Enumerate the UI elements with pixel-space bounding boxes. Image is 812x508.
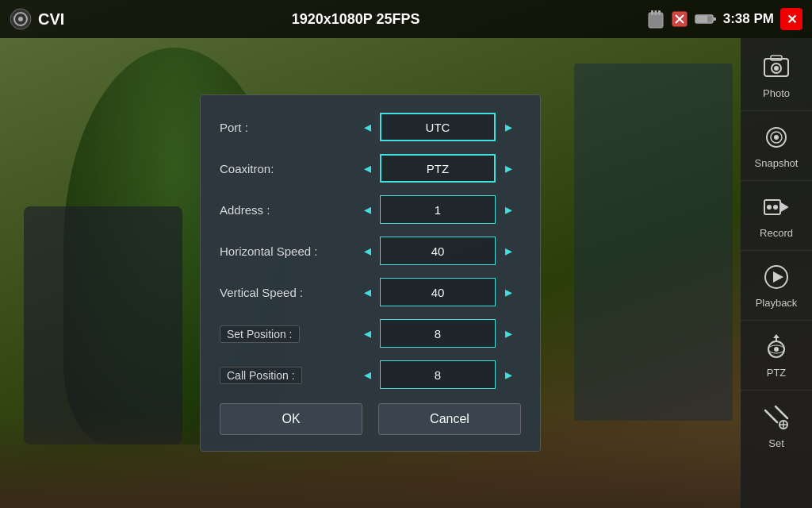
port-control: ◂ UTC ▸ (354, 113, 521, 141)
dialog-overlay: Port : ◂ UTC ▸ Coaxitron: ◂ PTZ ▸ Addres… (0, 38, 741, 508)
ok-button[interactable]: OK (220, 403, 362, 435)
svg-line-31 (765, 410, 777, 422)
coaxitron-label: Coaxitron: (220, 162, 354, 175)
svg-point-16 (774, 66, 779, 71)
playback-label: Playback (756, 297, 798, 309)
svg-rect-11 (696, 16, 707, 22)
sidebar-item-ptz[interactable]: PTZ (741, 321, 812, 391)
dialog-button-row: OK Cancel (220, 403, 521, 435)
record-label: Record (760, 227, 793, 239)
address-prev-button[interactable]: ◂ (354, 195, 380, 224)
settings-dialog: Port : ◂ UTC ▸ Coaxitron: ◂ PTZ ▸ Addres… (200, 94, 541, 452)
horizontal-speed-row: Horizontal Speed : ◂ 40 ▸ (220, 235, 521, 267)
svg-point-21 (767, 205, 772, 210)
cvi-logo-icon (10, 8, 32, 30)
vertical-speed-value: 40 (380, 278, 496, 306)
vertical-speed-row: Vertical Speed : ◂ 40 ▸ (220, 276, 521, 308)
call-position-badge: Call Position : (220, 367, 302, 384)
sidebar: Photo Snapshot Record Playback (741, 38, 812, 508)
call-position-control: ◂ 8 ▸ (354, 360, 521, 389)
port-label: Port : (220, 121, 354, 134)
sd-card-icon (647, 10, 665, 29)
snapshot-icon (761, 122, 791, 152)
set-position-badge: Set Position : (220, 325, 300, 343)
ptz-label: PTZ (767, 367, 787, 379)
port-value: UTC (380, 113, 496, 141)
header-right: 3:38 PM ✕ (647, 8, 802, 30)
svg-point-30 (774, 347, 779, 352)
address-value: 1 (380, 195, 496, 224)
call-position-label: Call Position : (220, 368, 354, 382)
horizontal-speed-control: ◂ 40 ▸ (354, 237, 521, 265)
sidebar-item-set[interactable]: Set (741, 391, 812, 460)
call-position-row: Call Position : ◂ 8 ▸ (220, 359, 521, 391)
address-control: ◂ 1 ▸ (354, 195, 521, 224)
svg-point-22 (773, 205, 778, 210)
resolution-display: 1920x1080P 25FPS (292, 11, 420, 28)
close-button[interactable]: ✕ (780, 8, 802, 30)
horizontal-speed-label: Horizontal Speed : (220, 244, 354, 258)
port-next-button[interactable]: ▸ (496, 113, 521, 141)
signal-icon (671, 10, 688, 28)
svg-point-2 (18, 17, 23, 21)
ptz-icon (761, 332, 791, 362)
svg-marker-29 (773, 334, 779, 338)
sidebar-item-snapshot[interactable]: Snapshot (741, 111, 812, 181)
set-position-prev-button[interactable]: ◂ (354, 319, 380, 348)
horizontal-speed-next-button[interactable]: ▸ (496, 237, 521, 265)
header-left: CVI (10, 8, 64, 30)
snapshot-label: Snapshot (755, 157, 799, 169)
address-label: Address : (220, 203, 354, 217)
coaxitron-next-button[interactable]: ▸ (496, 154, 521, 183)
svg-rect-4 (651, 10, 653, 15)
sidebar-item-record[interactable]: Record (741, 181, 812, 251)
clock-display: 3:38 PM (723, 11, 774, 27)
playback-icon (761, 262, 791, 292)
coaxitron-value: PTZ (380, 154, 496, 183)
set-position-row: Set Position : ◂ 8 ▸ (220, 318, 521, 349)
svg-marker-25 (773, 271, 783, 283)
svg-point-19 (774, 135, 779, 140)
battery-icon (695, 13, 717, 25)
record-icon (761, 192, 791, 222)
set-icon (761, 402, 791, 433)
photo-label: Photo (763, 87, 790, 99)
address-next-button[interactable]: ▸ (496, 195, 521, 224)
vertical-speed-next-button[interactable]: ▸ (496, 278, 521, 306)
sidebar-item-playback[interactable]: Playback (741, 251, 812, 321)
horizontal-speed-value: 40 (380, 237, 496, 265)
coaxitron-prev-button[interactable]: ◂ (354, 154, 380, 183)
svg-rect-12 (713, 17, 716, 21)
vertical-speed-label: Vertical Speed : (220, 286, 354, 299)
vertical-speed-control: ◂ 40 ▸ (354, 278, 521, 306)
port-prev-button[interactable]: ◂ (354, 113, 380, 141)
set-label: Set (768, 437, 784, 449)
svg-marker-23 (780, 202, 788, 212)
coaxitron-control: ◂ PTZ ▸ (354, 154, 521, 183)
svg-rect-5 (654, 10, 657, 15)
port-row: Port : ◂ UTC ▸ (220, 111, 521, 143)
set-position-next-button[interactable]: ▸ (496, 319, 521, 348)
app-title: CVI (38, 10, 64, 29)
header-bar: CVI 1920x1080P 25FPS 3:38 PM ✕ (0, 0, 812, 38)
call-position-prev-button[interactable]: ◂ (354, 360, 380, 389)
svg-line-32 (776, 406, 787, 418)
call-position-next-button[interactable]: ▸ (496, 360, 521, 389)
svg-rect-6 (658, 10, 661, 15)
sidebar-item-photo[interactable]: Photo (741, 41, 812, 111)
coaxitron-row: Coaxitron: ◂ PTZ ▸ (220, 152, 521, 184)
set-position-value: 8 (380, 319, 496, 348)
horizontal-speed-prev-button[interactable]: ◂ (354, 237, 380, 265)
set-position-label: Set Position : (220, 327, 354, 341)
photo-icon (761, 52, 791, 83)
set-position-control: ◂ 8 ▸ (354, 319, 521, 348)
call-position-value: 8 (380, 360, 496, 389)
vertical-speed-prev-button[interactable]: ◂ (354, 278, 380, 306)
cancel-button[interactable]: Cancel (378, 403, 521, 435)
address-row: Address : ◂ 1 ▸ (220, 194, 521, 225)
